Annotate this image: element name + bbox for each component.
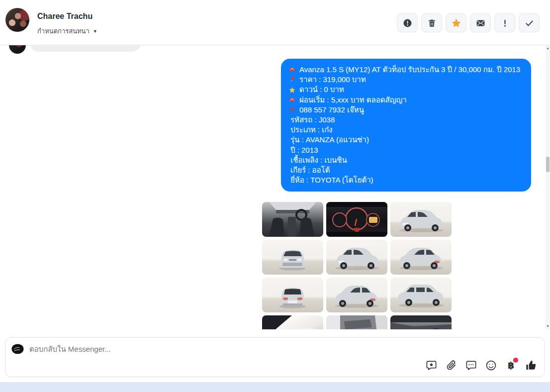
message-line-text: รุ่น : AVANZA (อแวนซ่า) [290,135,369,145]
message-line-text: ยี่ห้อ : TOYOTA (โตโยต้า) [290,175,373,185]
photo-gauge-cluster[interactable] [326,202,387,237]
message-line: ประเภท : เก๋ง [288,125,523,135]
pin-emoji-icon [288,76,297,84]
reply-composer: ฿ [5,337,545,377]
composer-emoji-button[interactable] [484,359,498,372]
photo-side-view[interactable] [390,278,452,312]
car-emoji-icon [288,66,297,74]
toolbar-star-button[interactable] [446,13,466,32]
conversation-toolbar [397,13,540,32]
message-line: ราคา : 319,000 บาท [288,75,523,85]
message-line-text: 088 557 7932 เจ๊หนู [299,105,364,115]
scroll-down-arrow-icon[interactable]: ▼ [546,324,550,329]
toolbar-important-button[interactable] [494,13,515,32]
message-line: เชื้อเพลิง : เบนซิน [288,155,523,165]
photo-attachment-grid [262,202,452,329]
conversation-schedule-label: กำหนดการสนทนา [37,26,90,36]
photo-front-quarter-2[interactable] [326,240,387,275]
messenger-inbox-page: Charee Trachu กำหนดการสนทนา ▼ Avanza 1.5… [0,0,550,392]
message-line-text: Avanza 1.5 S (MY12) AT ตัวท็อป รับประกัน… [299,65,520,75]
exclamation-icon [500,18,510,28]
composer-actions: ฿ [425,359,538,372]
photo-rear-view[interactable] [262,278,323,312]
trash-icon [427,18,437,28]
page-logo-avatar [11,343,24,355]
comment-dots-icon [465,360,477,371]
car-emoji-icon [288,96,297,103]
toolbar-unread-button[interactable] [470,13,491,32]
scrollbar-thumb[interactable] [546,157,550,172]
message-line-text: ปี : 2013 [290,145,318,155]
composer-attach-button[interactable] [445,359,458,372]
smiley-icon [485,360,497,371]
envelope-icon [476,18,485,28]
outgoing-message-bubble: Avanza 1.5 S (MY12) AT ตัวท็อป รับประกัน… [281,59,531,192]
toolbar-done-button[interactable] [519,13,540,32]
message-line: ผ่อนเริ่ม : 5,xxx บาท ตลอดสัญญา [288,95,523,105]
contact-avatar[interactable] [5,8,29,32]
composer-saved-replies-button[interactable] [425,359,438,372]
message-line: รุ่น : AVANZA (อแวนซ่า) [288,135,523,145]
conversation-header: Charee Trachu กำหนดการสนทนา ▼ [0,0,550,45]
photo-rear-quarter[interactable] [390,240,452,275]
message-line: ดาวน์ : 0 บาท [288,85,523,95]
toolbar-delete-button[interactable] [421,13,442,32]
incoming-avatar-partial [9,45,26,54]
message-line-text: ประเภท : เก๋ง [290,125,333,135]
message-line: ยี่ห้อ : TOYOTA (โตโยต้า) [288,175,523,185]
chat-scroll-area: Avanza 1.5 S (MY12) AT ตัวท็อป รับประกัน… [0,45,550,329]
photo-door-panel[interactable] [326,315,387,329]
composer-like-button[interactable] [524,359,538,372]
contact-name: Charee Trachu [37,12,92,21]
baht-icon: ฿ [508,361,514,370]
scrollbar[interactable]: ▲ ▼ [546,45,550,329]
photo-front-view[interactable] [262,240,323,275]
phone-emoji-icon [288,106,297,113]
comment-star-icon [426,360,437,371]
conversation-schedule-dropdown[interactable]: กำหนดการสนทนา ▼ [37,26,97,36]
message-line: เกียร์ : ออโต้ [288,165,523,175]
toolbar-report-button[interactable] [397,13,418,32]
alert-circle-icon [403,18,412,28]
photo-rear-quarter-2[interactable] [326,278,387,312]
message-line: 088 557 7932 เจ๊หนู [288,105,523,115]
message-line-text: เกียร์ : ออโต้ [290,165,330,175]
message-line-text: ผ่อนเริ่ม : 5,xxx บาท ตลอดสัญญา [299,95,407,105]
message-line-text: ราคา : 319,000 บาท [299,75,366,85]
photo-dash-closeup[interactable] [390,315,452,329]
composer-sticker-button[interactable] [464,359,478,372]
message-line: Avanza 1.5 S (MY12) AT ตัวท็อป รับประกัน… [288,65,523,75]
message-line-text: เชื้อเพลิง : เบนซิน [290,155,347,165]
incoming-bubble-partial [30,45,141,52]
photo-front-quarter[interactable] [390,202,452,237]
notification-dot [513,358,518,363]
scroll-up-arrow-icon[interactable]: ▲ [546,46,550,51]
star-icon [451,18,461,28]
message-line: รหัสรถ : J038 [288,115,523,125]
paperclip-icon [446,360,457,371]
check-icon [525,18,534,28]
message-line-text: ดาวน์ : 0 บาท [299,85,344,95]
message-line-text: รหัสรถ : J038 [290,115,335,125]
bottom-strip [0,382,550,392]
photo-body-closeup[interactable] [262,315,323,329]
reply-input[interactable] [29,342,377,355]
thumbs-up-icon [525,360,537,371]
message-line: ปี : 2013 [288,145,523,155]
star-emoji-icon [288,86,297,94]
chevron-down-icon: ▼ [93,29,97,34]
photo-interior-dashboard[interactable] [262,202,323,237]
composer-payment-button[interactable]: ฿ [504,359,518,372]
